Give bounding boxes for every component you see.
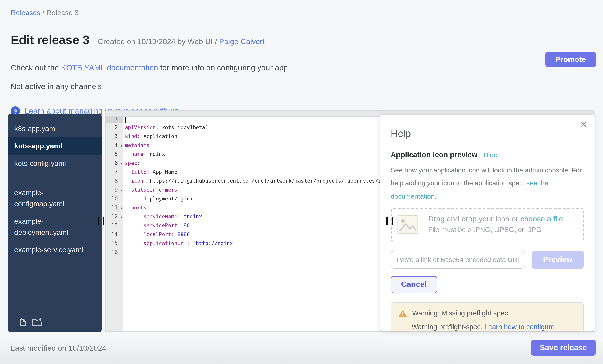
cancel-button[interactable]: Cancel bbox=[391, 276, 437, 293]
docs-line: Check out the KOTS YAML documentation fo… bbox=[11, 63, 290, 73]
gutter-line-6[interactable]: 6▾ bbox=[106, 159, 123, 167]
add-file-icon[interactable] bbox=[18, 318, 27, 327]
configure-preflight-link[interactable]: Learn how to configure bbox=[484, 323, 555, 331]
gutter-line-7[interactable]: 7 bbox=[106, 167, 123, 176]
preflight-warning: Warning: Missing preflight spec Warning … bbox=[391, 302, 584, 331]
resize-bar bbox=[386, 217, 388, 225]
sidebar-file-example-configmap.yaml[interactable]: example-configmap.yaml bbox=[8, 184, 102, 212]
sidebar-file-k8s-app.yaml[interactable]: k8s-app.yaml bbox=[8, 120, 102, 137]
fold-icon[interactable]: ▾ bbox=[120, 186, 123, 195]
gutter-line-2[interactable]: 2 bbox=[106, 123, 123, 132]
gutter-line-16[interactable]: 16 bbox=[106, 248, 123, 257]
channel-status: Not active in any channels bbox=[11, 82, 102, 91]
gutter-line-1[interactable]: 1 bbox=[106, 117, 123, 123]
title-row: Edit release 3 Created on 10/10/2024 by … bbox=[11, 33, 265, 47]
sidebar-footer-divider bbox=[13, 312, 96, 312]
gutter-line-5[interactable]: 5 bbox=[106, 150, 123, 159]
gutter-line-15[interactable]: 15 bbox=[106, 239, 123, 248]
text-cursor bbox=[125, 117, 126, 123]
file-sidebar: k8s-app.yamlkots-app.yamlkots-config.yam… bbox=[8, 114, 102, 332]
gutter-line-14[interactable]: 14 bbox=[106, 230, 123, 239]
gutter-line-13[interactable]: 13 bbox=[106, 221, 123, 230]
gutter-line-3[interactable]: 3 bbox=[106, 132, 123, 141]
sidebar-file-example-service.yaml[interactable]: example-service.yaml bbox=[8, 241, 102, 258]
gutter-line-4[interactable]: 4▾ bbox=[106, 141, 123, 150]
sidebar-file-example-deployment.yaml[interactable]: example-deployment.yaml bbox=[8, 212, 102, 241]
created-on-text: Created on 10/10/2024 by Web UI / Paige … bbox=[98, 37, 265, 46]
warning-icon bbox=[398, 309, 407, 317]
preview-button[interactable]: Preview bbox=[532, 251, 584, 269]
close-icon[interactable]: ✕ bbox=[580, 119, 587, 130]
gutter-line-9[interactable]: 9▾ bbox=[106, 185, 123, 194]
last-modified-text: Last modified on 10/10/2024 bbox=[11, 344, 106, 353]
promote-button[interactable]: Promote bbox=[545, 52, 596, 67]
gutter-line-8[interactable]: 8 bbox=[106, 176, 123, 185]
breadcrumb-separator: / bbox=[42, 9, 46, 16]
file-list-bottom: example-configmap.yamlexample-deployment… bbox=[8, 184, 102, 258]
sidebar-resize-handle[interactable] bbox=[98, 217, 104, 225]
editor-gutter: 1234▾56▾789▾1011▾12▾13141516 bbox=[106, 117, 123, 257]
indent-guide bbox=[139, 221, 139, 248]
page-title: Edit release 3 bbox=[11, 33, 89, 47]
resize-bar bbox=[103, 217, 104, 225]
choose-file-link[interactable]: choose a file bbox=[521, 215, 563, 223]
dropzone-requirements: File must be a .PNG, .JPEG, or .JPG bbox=[428, 226, 563, 234]
release-workspace: k8s-app.yamlkots-app.yamlkots-config.yam… bbox=[8, 110, 595, 332]
breadcrumb: Releases / Release 3 bbox=[11, 9, 79, 17]
fold-icon[interactable]: ▾ bbox=[120, 159, 123, 168]
warning-text: Warning: Missing preflight spec bbox=[412, 309, 508, 317]
resize-bar bbox=[98, 217, 99, 225]
sidebar-file-kots-app.yaml[interactable]: kots-app.yaml bbox=[8, 137, 102, 154]
dropzone-text: Drag and drop your icon or choose a file bbox=[428, 215, 563, 224]
fold-icon[interactable]: ▾ bbox=[120, 141, 123, 150]
fold-icon[interactable]: ▾ bbox=[120, 212, 123, 221]
footer: Last modified on 10/10/2024 Save release bbox=[0, 332, 603, 364]
warning-detail: Warning preflight-spec. Learn how to con… bbox=[412, 323, 576, 331]
image-placeholder-icon bbox=[397, 215, 418, 234]
hide-link[interactable]: Hide bbox=[484, 151, 498, 159]
resize-bar bbox=[392, 217, 393, 225]
icon-preview-title: Application icon preview bbox=[391, 151, 477, 159]
editor-resize-handle[interactable] bbox=[386, 217, 393, 225]
icon-dropzone[interactable]: Drag and drop your icon or choose a file… bbox=[391, 208, 584, 242]
gutter-line-10[interactable]: 10 bbox=[106, 194, 123, 203]
breadcrumb-releases-link[interactable]: Releases bbox=[11, 9, 40, 16]
help-panel-title: Help bbox=[391, 128, 584, 139]
sidebar-footer bbox=[8, 312, 102, 332]
breadcrumb-current: Release 3 bbox=[46, 9, 79, 16]
sidebar-file-kots-config.yaml[interactable]: kots-config.yaml bbox=[8, 154, 102, 172]
created-by-link[interactable]: Paige Calvert bbox=[219, 37, 265, 46]
icon-url-input[interactable] bbox=[391, 251, 525, 269]
add-folder-icon[interactable] bbox=[32, 318, 42, 327]
help-panel: ✕ Help Application icon preview Hide See… bbox=[380, 114, 595, 331]
save-release-button[interactable]: Save release bbox=[531, 340, 596, 355]
gutter-line-12[interactable]: 12▾ bbox=[106, 212, 123, 221]
kots-yaml-docs-link[interactable]: KOTS YAML documentation bbox=[61, 63, 158, 72]
file-list-top: k8s-app.yamlkots-app.yamlkots-config.yam… bbox=[8, 120, 102, 172]
sidebar-divider bbox=[13, 178, 96, 178]
icon-preview-description: See how your application icon will look … bbox=[391, 164, 592, 203]
fold-icon[interactable]: ▾ bbox=[120, 204, 123, 212]
gutter-line-11[interactable]: 11▾ bbox=[106, 203, 123, 212]
editor-gutter-column: 1234▾56▾789▾1011▾12▾13141516 bbox=[106, 117, 123, 331]
